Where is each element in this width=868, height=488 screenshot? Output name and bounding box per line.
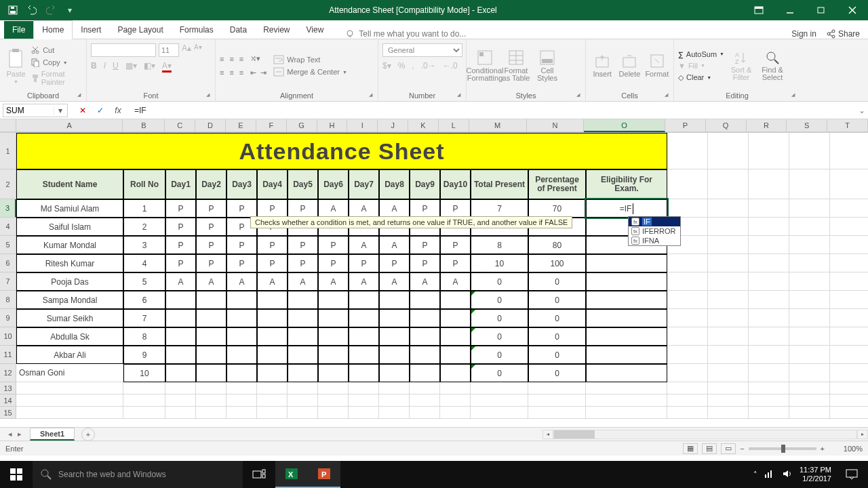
row-header-14[interactable]: 14 [0, 394, 16, 407]
tray-clock[interactable]: 11:37 PM 1/2/2017 [800, 466, 831, 483]
cell-I12[interactable] [349, 364, 379, 382]
sort-filter-button[interactable]: AZSort & Filter [727, 50, 755, 81]
cell-Q10[interactable] [708, 327, 749, 346]
align-left-icon[interactable]: ≡ [220, 68, 224, 77]
cell-R15[interactable] [749, 407, 789, 419]
cell-D12[interactable] [196, 364, 226, 382]
cell-F7[interactable]: A [257, 272, 288, 291]
cell-M2[interactable]: Total Present [471, 169, 528, 199]
tray-network-icon[interactable] [764, 469, 775, 480]
cell-H7[interactable]: A [318, 272, 349, 291]
row-header-5[interactable]: 5 [0, 236, 16, 254]
cell-O6[interactable] [586, 254, 667, 272]
cell-S4[interactable] [789, 218, 830, 236]
cell-K2[interactable]: Day9 [410, 169, 440, 199]
cell-A9[interactable]: Sumar Seikh [16, 309, 123, 327]
merge-center-button[interactable]: Merge & Center▼ [273, 67, 347, 77]
cell-O9[interactable] [586, 309, 667, 327]
cell-O11[interactable] [586, 346, 667, 364]
delete-cells-button[interactable]: Delete [617, 54, 642, 78]
cell-N14[interactable] [528, 394, 586, 407]
cell-Q15[interactable] [708, 407, 749, 419]
cell-P1[interactable] [667, 133, 708, 169]
cell-P15[interactable] [667, 407, 708, 419]
task-powerpoint[interactable]: P [308, 461, 340, 488]
col-header-D[interactable]: D [195, 119, 226, 132]
cell-A15[interactable] [16, 407, 123, 419]
cell-B2[interactable]: Roll No [123, 169, 165, 199]
cell-K15[interactable] [410, 407, 440, 419]
cell-K11[interactable] [410, 346, 440, 364]
cell-K3[interactable]: P [410, 199, 440, 218]
cell-C3[interactable]: P [165, 199, 196, 218]
cell-A2[interactable]: Student Name [16, 169, 123, 199]
comma-icon[interactable]: , [412, 61, 414, 70]
cell-N6[interactable]: 100 [528, 254, 586, 272]
cell-R12[interactable] [749, 364, 789, 382]
cell-S5[interactable] [789, 236, 830, 254]
cell-J10[interactable] [379, 327, 410, 346]
tab-formulas[interactable]: Formulas [172, 21, 222, 39]
cell-H12[interactable] [318, 364, 349, 382]
cell-Q8[interactable] [708, 291, 749, 309]
horizontal-scrollbar[interactable]: ◂ ▸ [542, 429, 868, 440]
align-mid-icon[interactable]: ≡ [229, 55, 233, 63]
cell-A4[interactable]: Saiful Islam [16, 218, 123, 236]
cell-R8[interactable] [749, 291, 789, 309]
undo-icon[interactable] [26, 4, 38, 16]
col-header-A[interactable]: A [16, 119, 123, 132]
cell-R3[interactable] [749, 199, 789, 218]
row-header-6[interactable]: 6 [0, 254, 16, 272]
cell-I10[interactable] [349, 327, 379, 346]
cell-E2[interactable]: Day3 [226, 169, 257, 199]
row-header-4[interactable]: 4 [0, 218, 16, 236]
cell-H3[interactable]: A [318, 199, 349, 218]
cell-B6[interactable]: 4 [123, 254, 165, 272]
col-header-O[interactable]: O [584, 119, 665, 132]
formula-input[interactable]: =IF [130, 106, 856, 115]
notification-center-icon[interactable] [838, 461, 865, 488]
cell-D8[interactable] [196, 291, 226, 309]
copy-button[interactable]: Copy▼ [31, 58, 82, 67]
cell-Q4[interactable] [708, 218, 749, 236]
col-header-H[interactable]: H [317, 119, 348, 132]
cell-D5[interactable]: P [196, 236, 226, 254]
cell-T8[interactable] [830, 291, 868, 309]
sheet-tab-1[interactable]: Sheet1 [30, 428, 75, 441]
col-header-M[interactable]: M [469, 119, 527, 132]
align-center-icon[interactable]: ≡ [229, 68, 233, 77]
cell-R14[interactable] [749, 394, 789, 407]
cell-L3[interactable]: P [440, 199, 471, 218]
cell-B15[interactable] [123, 407, 165, 419]
cell-M8[interactable]: 0 [471, 291, 528, 309]
cell-N8[interactable]: 0 [528, 291, 586, 309]
cell-J13[interactable] [379, 382, 410, 394]
cell-T7[interactable] [830, 272, 868, 291]
cell-O2[interactable]: Eligibility For Exam. [586, 169, 667, 199]
scroll-left-icon[interactable]: ◂ [542, 430, 553, 439]
col-header-T[interactable]: T [827, 119, 868, 132]
cell-S15[interactable] [789, 407, 830, 419]
cell-P10[interactable] [667, 327, 708, 346]
col-header-C[interactable]: C [165, 119, 195, 132]
italic-button[interactable]: I [104, 61, 106, 73]
start-button[interactable] [0, 461, 33, 488]
cell-K10[interactable] [410, 327, 440, 346]
cell-C11[interactable] [165, 346, 196, 364]
cell-B12[interactable]: 10 [123, 364, 165, 382]
row-header-8[interactable]: 8 [0, 291, 16, 309]
cell-C5[interactable]: P [165, 236, 196, 254]
font-color-button[interactable]: A▾ [162, 61, 172, 73]
col-header-G[interactable]: G [287, 119, 317, 132]
cell-S2[interactable] [789, 169, 830, 199]
cell-T10[interactable] [830, 327, 868, 346]
cell-C15[interactable] [165, 407, 196, 419]
cell-L2[interactable]: Day10 [440, 169, 471, 199]
cell-C13[interactable] [165, 382, 196, 394]
cell-M10[interactable]: 0 [471, 327, 528, 346]
cell-C14[interactable] [165, 394, 196, 407]
cell-R11[interactable] [749, 346, 789, 364]
cell-P2[interactable] [667, 169, 708, 199]
save-icon[interactable] [7, 4, 19, 16]
cell-R7[interactable] [749, 272, 789, 291]
